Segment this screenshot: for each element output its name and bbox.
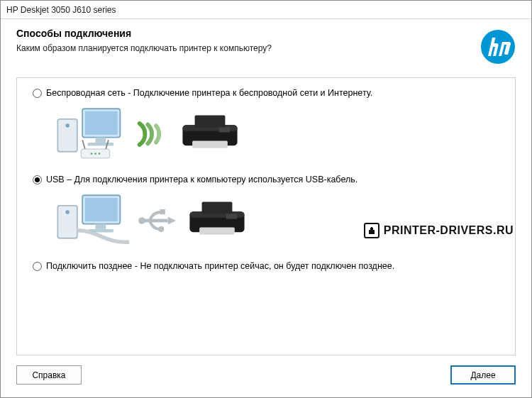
hp-logo-icon [480, 29, 516, 67]
watermark: PRINTER-DRIVERS.RU [364, 223, 514, 238]
help-button[interactable]: Справка [16, 365, 82, 385]
svg-rect-3 [96, 138, 106, 143]
svg-rect-27 [160, 209, 165, 214]
printer-icon [182, 199, 253, 242]
radio-later[interactable]: Подключить позднее - Не подключать принт… [33, 261, 499, 271]
usb-icon [135, 206, 177, 235]
page-title: Способы подключения [16, 28, 466, 39]
installer-window: HP Deskjet 3050 J610 series Способы подк… [0, 0, 532, 398]
svg-line-8 [82, 140, 85, 149]
svg-rect-31 [202, 201, 233, 214]
svg-point-6 [65, 123, 70, 128]
svg-point-11 [94, 153, 96, 155]
svg-rect-25 [142, 219, 168, 223]
svg-rect-17 [219, 128, 230, 133]
svg-rect-16 [192, 140, 228, 148]
option-label: USB – Для подключения принтера к компьют… [46, 175, 358, 184]
computer-icon [52, 104, 131, 165]
radio-wireless[interactable]: Беспроводная сеть - Подключение принтера… [33, 88, 499, 98]
svg-marker-26 [168, 216, 176, 224]
option-wireless: Беспроводная сеть - Подключение принтера… [33, 88, 499, 165]
svg-rect-4 [88, 143, 114, 146]
usb-illustration: PRINTER-DRIVERS.RU [52, 190, 499, 251]
svg-point-12 [99, 153, 101, 155]
option-usb: USB – Для подключения принтера к компьют… [33, 175, 499, 251]
svg-rect-20 [96, 224, 106, 229]
printer-icon [174, 113, 245, 155]
radio-icon [33, 262, 42, 271]
svg-rect-33 [226, 214, 237, 219]
header: Способы подключения Каким образом планир… [1, 19, 531, 74]
svg-rect-15 [195, 115, 226, 127]
option-label: Подключить позднее - Не подключать принт… [46, 261, 394, 271]
watermark-text: PRINTER-DRIVERS.RU [384, 224, 514, 237]
computer-icon [52, 190, 131, 251]
content-panel: Беспроводная сеть - Подключение принтера… [16, 77, 516, 355]
window-title: HP Deskjet 3050 J610 series [6, 5, 116, 15]
wireless-illustration [52, 104, 499, 165]
svg-point-10 [91, 153, 93, 155]
option-later: Подключить позднее - Не подключать принт… [33, 261, 499, 271]
titlebar: HP Deskjet 3050 J610 series [1, 1, 531, 19]
svg-rect-2 [85, 111, 118, 135]
header-text: Способы подключения Каким образом планир… [16, 28, 466, 53]
footer: Справка Далее [1, 355, 531, 397]
option-label: Беспроводная сеть - Подключение принтера… [46, 88, 372, 98]
svg-point-23 [65, 210, 70, 214]
radio-icon [33, 89, 42, 98]
next-button[interactable]: Далее [450, 365, 516, 385]
svg-point-28 [158, 226, 164, 232]
page-subtitle: Каким образом планируется подключать при… [16, 43, 466, 53]
wifi-waves-icon [135, 116, 170, 152]
radio-usb[interactable]: USB – Для подключения принтера к компьют… [33, 175, 499, 184]
svg-rect-19 [85, 198, 118, 221]
radio-icon [33, 175, 42, 184]
svg-rect-32 [199, 227, 235, 234]
